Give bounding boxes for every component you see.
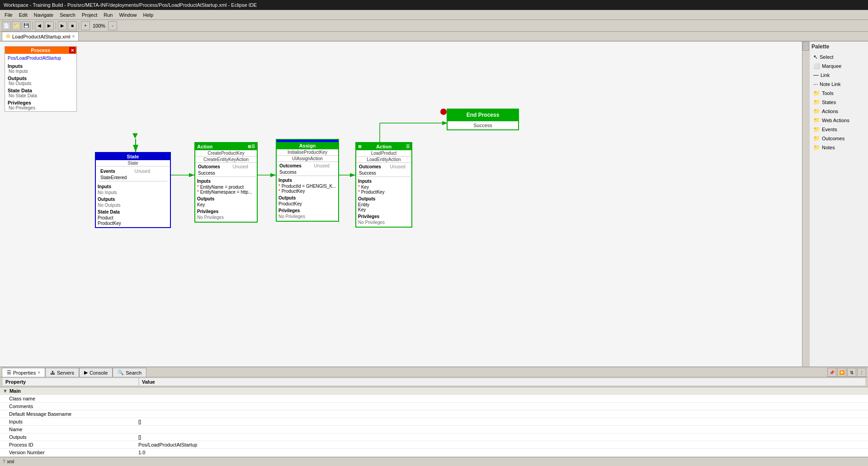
tab-properties-icon: ☰: [7, 370, 11, 376]
toolbar-forward[interactable]: ▶: [45, 21, 54, 30]
tab-console-label: Console: [90, 370, 108, 376]
link-icon: —: [813, 72, 819, 78]
palette-notes[interactable]: 📁 Notes: [811, 143, 866, 152]
tab-properties[interactable]: ☰ Properties ×: [2, 368, 45, 377]
assign-outcomes-label: Outcomes: [278, 163, 311, 169]
toolbar-zoom-out[interactable]: -: [108, 21, 117, 30]
canvas-area[interactable]: Process ✕ Pos/LoadProductAtStartup Input…: [0, 42, 802, 366]
palette-note-link[interactable]: ··· Note Link: [811, 80, 866, 89]
assign-node[interactable]: Assign InitialiseProductKey UIAssignActi…: [276, 139, 339, 222]
prop-class-name: Class name: [0, 395, 868, 403]
action2-header-icon-left: ⊞: [358, 144, 362, 149]
palette-web-actions[interactable]: 📁 Web Actions: [811, 116, 866, 125]
process-section-privileges: Privileges No Privileges: [5, 99, 76, 111]
prop-comments-label: Comments: [0, 403, 136, 410]
assign-privileges-label: Privileges: [277, 207, 338, 214]
prop-class-name-value[interactable]: [136, 395, 868, 403]
menu-search[interactable]: Search: [57, 11, 78, 19]
palette-outcomes[interactable]: 📁 Outcomes: [811, 134, 866, 143]
menu-navigate[interactable]: Navigate: [31, 11, 56, 19]
process-panel-header: Process ✕: [5, 47, 76, 54]
tab-close-button[interactable]: ×: [72, 34, 75, 39]
state-outputs-label: Outputs: [96, 196, 170, 203]
state-inputs-value: No Inputs: [96, 190, 170, 196]
palette-actions[interactable]: 📁 Actions: [811, 107, 866, 116]
palette-marquee[interactable]: ⬜ Marquee: [811, 62, 866, 71]
action1-header-icons: ⊞☰: [248, 144, 255, 149]
action-node-2[interactable]: ⊞ Action ☰ LoadProduct LoadEntityAction …: [355, 142, 412, 228]
process-panel-close[interactable]: ✕: [69, 47, 75, 53]
state-inputs-label: Inputs: [96, 183, 170, 190]
status-bar: ? xml: [0, 457, 868, 466]
prop-filter-button[interactable]: 🔽: [837, 368, 846, 377]
canvas-vertical-scrollbar[interactable]: [802, 42, 809, 366]
end-process-header: End Process: [447, 109, 519, 121]
tab-search[interactable]: 🔍 Search: [113, 368, 146, 377]
tab-servers-icon: 🖧: [50, 370, 55, 376]
palette-tools-label: Tools: [822, 90, 834, 96]
prop-name-value[interactable]: [136, 426, 868, 433]
toolbar-sep-2: [56, 22, 56, 30]
action-node-1[interactable]: Action ⊞☰ CreateProductKey CreateEntityK…: [194, 142, 258, 223]
menu-run[interactable]: Run: [101, 11, 115, 19]
editor-tab[interactable]: ⚙ LoadProductAtStartup.xml ×: [2, 32, 79, 41]
action1-header-label: Action: [197, 144, 212, 149]
prop-pin-button[interactable]: 📌: [827, 368, 836, 377]
tools-folder-icon: 📁: [813, 90, 820, 96]
prop-name: Name: [0, 426, 868, 433]
palette-events[interactable]: 📁 Events: [811, 125, 866, 134]
menu-file[interactable]: File: [2, 11, 15, 19]
assign-input-2: * ProductKey: [277, 189, 338, 195]
menu-window[interactable]: Window: [116, 11, 139, 19]
properties-content[interactable]: ▼Main Class name Comments Default Messag…: [0, 387, 868, 466]
palette-states[interactable]: 📁 States: [811, 98, 866, 107]
toolbar-run[interactable]: ▶: [58, 21, 67, 30]
prop-version-value[interactable]: 1.0: [136, 449, 868, 456]
prop-process-id: Process ID Pos/LoadProductAtStartup: [0, 441, 868, 449]
prop-sort-button[interactable]: ⇅: [847, 368, 856, 377]
toolbar-open[interactable]: 📁: [12, 21, 21, 30]
action2-outputs-label: Outputs: [356, 195, 411, 202]
menu-help[interactable]: Help: [141, 11, 156, 19]
prop-comments-value[interactable]: [136, 403, 868, 410]
prop-process-id-value[interactable]: Pos/LoadProductAtStartup: [136, 441, 868, 449]
action2-output-entity: Entity: [356, 202, 411, 207]
prop-default-msg-value[interactable]: [136, 410, 868, 418]
action1-privileges-label: Privileges: [195, 208, 257, 215]
prop-more-button[interactable]: ⋮: [857, 368, 866, 377]
scrollbar-thumb[interactable]: [802, 42, 809, 51]
tab-servers[interactable]: 🖧 Servers: [45, 368, 79, 377]
state-events-label: Events: [99, 168, 132, 174]
action1-subheader: CreateProductKey: [195, 150, 257, 157]
state-node[interactable]: State State Events Unused StateEntered I…: [95, 152, 171, 228]
tab-console[interactable]: ▶ Console: [79, 368, 113, 377]
tab-label: LoadProductAtStartup.xml: [12, 34, 70, 39]
prop-outputs-value[interactable]: []: [136, 433, 868, 441]
toolbar-zoom-in[interactable]: +: [81, 21, 90, 30]
action2-privileges-label: Privileges: [356, 213, 411, 220]
bottom-tab-bar: ☰ Properties × 🖧 Servers ▶ Console 🔍 Sea…: [0, 367, 868, 377]
select-icon: ↖: [813, 54, 818, 60]
palette-tools[interactable]: 📁 Tools: [811, 89, 866, 98]
tab-properties-close[interactable]: ×: [38, 370, 40, 375]
menu-bar: File Edit Navigate Search Project Run Wi…: [0, 10, 868, 20]
prop-inputs-label: Inputs: [0, 418, 136, 426]
toolbar-new[interactable]: 📄: [2, 21, 11, 30]
col-value-header: Value: [139, 378, 865, 386]
process-outputs-value: No Outputs: [8, 81, 74, 86]
prop-inputs-value[interactable]: []: [136, 418, 868, 426]
prop-version: Version Number 1.0: [0, 449, 868, 456]
toolbar-stop[interactable]: ■: [68, 21, 77, 30]
palette-select[interactable]: ↖ Select: [811, 52, 866, 62]
toolbar-save[interactable]: 💾: [22, 21, 31, 30]
toolbar-sep-3: [79, 22, 79, 30]
toolbar-back[interactable]: ◀: [35, 21, 44, 30]
action1-input-2: * EntityNamespace = http...: [195, 190, 257, 195]
process-section-statedata: State Data No State Data: [5, 87, 76, 99]
palette-link[interactable]: — Link: [811, 71, 866, 80]
menu-project[interactable]: Project: [79, 11, 100, 19]
process-path: Pos/LoadProductAtStartup: [5, 54, 76, 62]
menu-edit[interactable]: Edit: [16, 11, 30, 19]
toolbar-sep-1: [33, 22, 33, 30]
end-process-node[interactable]: End Process Success: [447, 109, 519, 130]
